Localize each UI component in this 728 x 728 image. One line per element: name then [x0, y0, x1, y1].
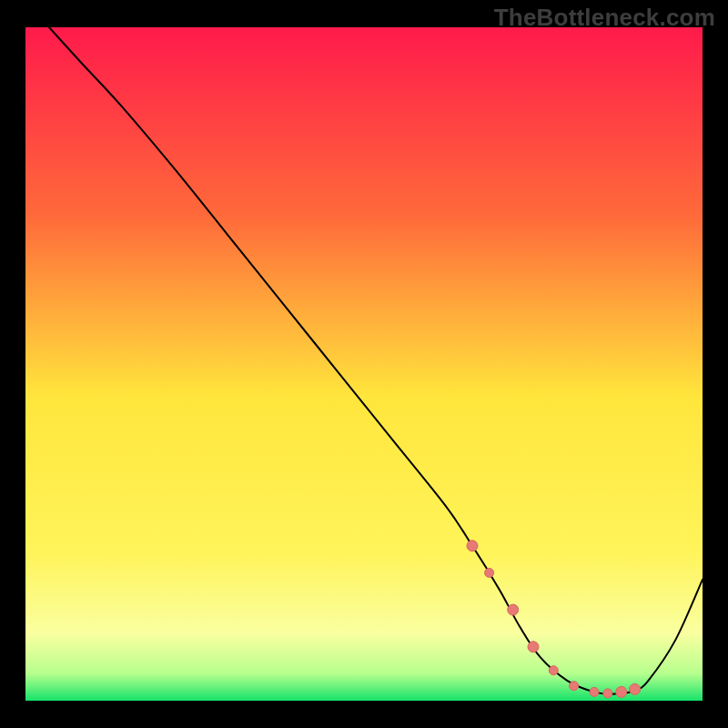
plot-area [25, 27, 703, 701]
marker-point [616, 686, 627, 697]
marker-point [590, 687, 599, 696]
watermark-text: TheBottleneck.com [494, 4, 715, 32]
marker-point [485, 568, 494, 577]
marker-point [603, 689, 612, 698]
marker-point [549, 666, 558, 675]
gradient-background [25, 27, 703, 701]
marker-point [630, 683, 641, 694]
marker-point [467, 541, 478, 551]
marker-point [508, 604, 519, 615]
marker-point [528, 642, 539, 652]
chart-svg [25, 27, 703, 701]
chart-frame: TheBottleneck.com [0, 0, 728, 728]
marker-point [570, 682, 579, 691]
